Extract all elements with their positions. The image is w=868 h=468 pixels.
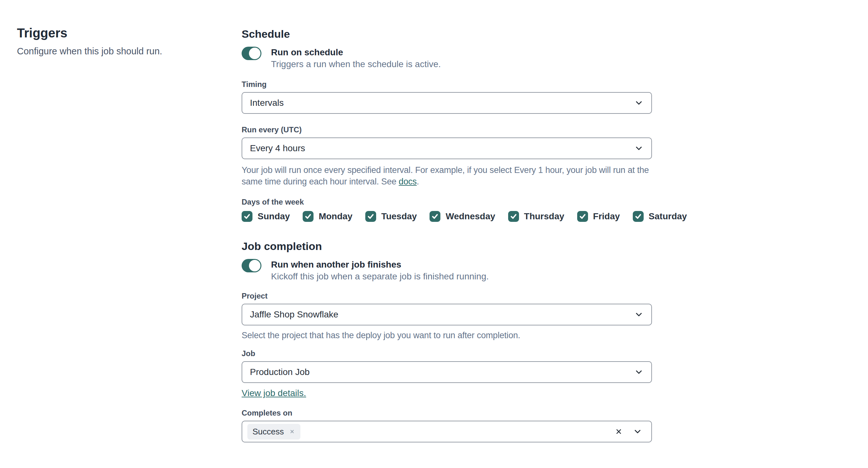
days-of-week-label: Days of the week [242,197,652,207]
run-on-schedule-label: Run on schedule [271,47,441,58]
success-tag-label: Success [252,427,284,437]
chevron-down-icon [634,144,644,153]
days-of-week-row: Sunday Monday Tuesday Wednesday Thursday… [242,211,652,222]
checkbox-checked-icon [365,211,376,222]
docs-link[interactable]: docs [399,177,417,186]
run-when-another-job-finishes-row: Run when another job finishes Kickoff th… [242,259,652,281]
run-when-another-job-finishes-label: Run when another job finishes [271,259,489,271]
toggle-knob [249,48,260,59]
run-on-schedule-toggle[interactable] [242,47,261,60]
run-when-another-job-finishes-toggle[interactable] [242,259,261,272]
timing-select-value: Intervals [250,98,284,108]
checkbox-checked-icon [508,211,519,222]
day-checkbox-sunday[interactable]: Sunday [242,211,290,222]
day-checkbox-tuesday[interactable]: Tuesday [365,211,417,222]
project-select[interactable]: Jaffle Shop Snowflake [242,304,652,325]
checkbox-checked-icon [577,211,588,222]
day-checkbox-thursday[interactable]: Thursday [508,211,564,222]
chevron-down-icon [634,367,644,377]
clear-all-icon[interactable] [614,427,623,436]
help-text-period: . [417,177,419,186]
page-subtitle: Configure when this job should run. [17,45,215,58]
triggers-header: Triggers Configure when this job should … [17,26,215,58]
toggle-knob [249,260,260,272]
help-text: Your job will run once every specified i… [242,165,649,186]
completes-on-label: Completes on [242,409,652,417]
project-help: Select the project that has the deploy j… [242,330,652,341]
checkbox-checked-icon [633,211,644,222]
run-every-select[interactable]: Every 4 hours [242,137,652,159]
section-heading-schedule: Schedule [242,28,652,40]
remove-tag-icon[interactable] [289,428,295,435]
chevron-down-icon[interactable] [633,427,642,436]
run-every-label: Run every (UTC) [242,125,652,134]
completes-on-multiselect[interactable]: Success [242,421,652,442]
section-heading-job-completion: Job completion [242,240,652,253]
day-checkbox-saturday[interactable]: Saturday [633,211,687,222]
view-job-details-link[interactable]: View job details. [242,388,306,398]
success-tag: Success [247,424,301,440]
run-every-help: Your job will run once every specified i… [242,164,652,187]
chevron-down-icon [634,310,644,319]
job-select[interactable]: Production Job [242,361,652,383]
page-title: Triggers [17,26,215,40]
run-when-another-job-finishes-description: Kickoff this job when a separate job is … [271,271,489,282]
chevron-down-icon [634,98,644,108]
timing-label: Timing [242,80,652,89]
checkbox-checked-icon [430,211,440,222]
run-every-select-value: Every 4 hours [250,143,305,153]
triggers-form: Schedule Run on schedule Triggers a run … [242,28,652,442]
checkbox-checked-icon [303,211,313,222]
project-select-value: Jaffle Shop Snowflake [250,309,338,320]
day-checkbox-wednesday[interactable]: Wednesday [430,211,495,222]
checkbox-checked-icon [242,211,252,222]
project-label: Project [242,291,652,301]
day-checkbox-monday[interactable]: Monday [303,211,352,222]
job-select-value: Production Job [250,367,310,377]
run-on-schedule-row: Run on schedule Triggers a run when the … [242,47,652,69]
day-checkbox-friday[interactable]: Friday [577,211,620,222]
job-label: Job [242,349,652,358]
run-on-schedule-description: Triggers a run when the schedule is acti… [271,59,441,70]
timing-select[interactable]: Intervals [242,92,652,114]
